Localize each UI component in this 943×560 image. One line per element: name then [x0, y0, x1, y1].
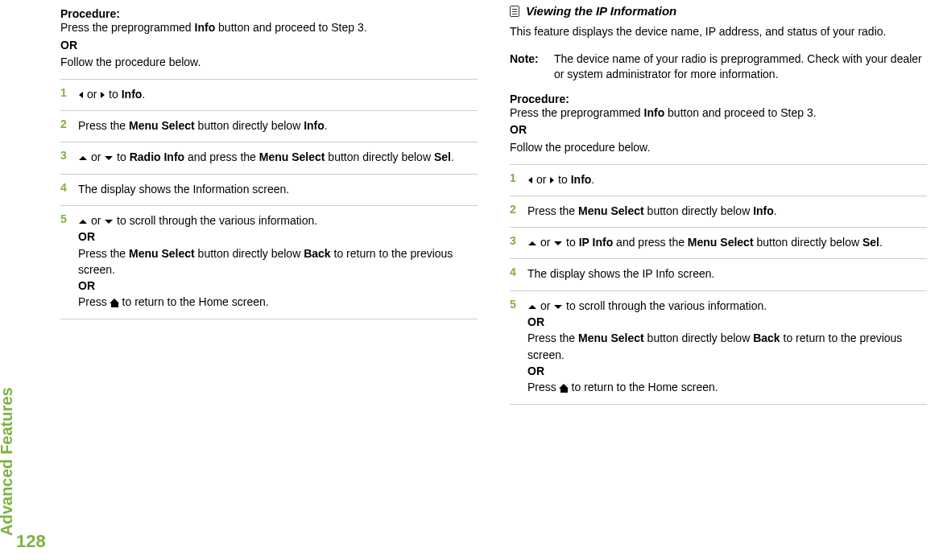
intro-text: This feature displays the device name, I… — [510, 24, 927, 40]
procedure-label: Procedure: — [60, 7, 478, 20]
document-icon — [510, 6, 519, 17]
text: or — [537, 299, 553, 312]
up-arrow-icon — [528, 241, 536, 245]
right-arrow-icon — [550, 177, 554, 183]
text: button directly below — [754, 236, 862, 249]
step-row: 3 or to IP Info and press the Menu Selec… — [510, 228, 927, 259]
sel-label: Sel — [434, 150, 451, 163]
right-column: Viewing the IP Information This feature … — [510, 4, 927, 405]
text: to scroll through the various informatio… — [114, 214, 317, 227]
text: Press the — [527, 204, 578, 217]
step-number: 4 — [510, 266, 527, 282]
step-number: 3 — [510, 234, 527, 250]
text: . — [879, 236, 883, 249]
or-text: OR — [60, 38, 478, 54]
step-body: or to Radio Info and press the Menu Sele… — [78, 149, 478, 165]
or-text: OR — [527, 364, 544, 377]
step-row: 4 The display shows the IP Info screen. — [510, 259, 927, 290]
text: . — [774, 204, 777, 217]
text: button directly below — [644, 204, 753, 217]
back-label: Back — [304, 247, 330, 260]
text: to return to the Home screen. — [569, 381, 718, 393]
procedure-intro-line2: Follow the procedure below. — [510, 140, 927, 156]
step-body: or to IP Info and press the Menu Select … — [527, 234, 927, 250]
text: Press the preprogrammed — [510, 106, 644, 119]
text: or — [88, 214, 104, 227]
step-row: 2 Press the Menu Select button directly … — [60, 111, 478, 142]
down-arrow-icon — [554, 305, 562, 309]
note-block: Note: The device name of your radio is p… — [510, 51, 927, 83]
right-arrow-icon — [101, 92, 105, 98]
up-arrow-icon — [79, 156, 87, 160]
up-arrow-icon — [528, 305, 536, 309]
note-body: The device name of your radio is preprog… — [554, 51, 927, 83]
down-arrow-icon — [554, 241, 562, 245]
home-icon — [110, 299, 119, 307]
step-number: 3 — [60, 149, 78, 165]
procedure-intro-line1: Press the preprogrammed Info button and … — [60, 20, 478, 36]
text: . — [325, 119, 328, 132]
radio-info-label: Radio Info — [130, 150, 184, 163]
step-number: 2 — [510, 203, 527, 219]
step-body: The display shows the Information screen… — [78, 181, 478, 197]
step-number: 1 — [60, 86, 78, 102]
text: button directly below — [325, 150, 433, 163]
procedure-intro-line1: Press the preprogrammed Info button and … — [510, 105, 927, 121]
text: button and proceed to Step 3. — [215, 21, 366, 34]
text: Press the — [527, 331, 578, 344]
step-row: 1 or to Info. — [60, 79, 478, 111]
procedure-intro-line2: Follow the procedure below. — [60, 55, 478, 71]
heading-text: Viewing the IP Information — [526, 4, 676, 18]
text: to — [105, 88, 121, 101]
info-label: Info — [304, 119, 325, 132]
step-list: 1 or to Info. 2 Press the Menu Select bu… — [60, 79, 478, 319]
step-list: 1 or to Info. 2 Press the Menu Select bu… — [510, 164, 927, 405]
menu-select-bold: Menu Select — [259, 150, 325, 163]
info-bold: Info — [195, 21, 216, 34]
info-bold: Info — [644, 106, 665, 119]
sel-label: Sel — [862, 236, 879, 249]
step-row: 5 or to scroll through the various infor… — [60, 206, 478, 319]
up-arrow-icon — [79, 220, 87, 224]
text: and press the — [613, 236, 688, 249]
text: and press the — [184, 150, 259, 163]
menu-select-bold: Menu Select — [688, 236, 754, 249]
step-body: or to scroll through the various informa… — [78, 212, 478, 311]
step-number: 4 — [60, 181, 78, 197]
home-icon — [560, 385, 569, 393]
text: button directly below — [644, 331, 753, 344]
or-text: OR — [78, 230, 95, 243]
menu-select-bold: Menu Select — [129, 247, 195, 260]
step-row: 4 The display shows the Information scre… — [60, 175, 478, 206]
text: Press the — [78, 247, 129, 260]
section-heading: Viewing the IP Information — [510, 4, 927, 18]
info-label: Info — [753, 204, 774, 217]
text: to — [555, 173, 570, 186]
step-number: 5 — [510, 298, 527, 396]
menu-select-bold: Menu Select — [578, 331, 644, 344]
step-body: Press the Menu Select button directly be… — [78, 117, 478, 134]
text: or — [537, 236, 553, 249]
step-number: 2 — [60, 117, 78, 134]
text: . — [142, 88, 145, 101]
left-arrow-icon — [79, 92, 83, 98]
procedure-label: Procedure: — [510, 93, 927, 105]
text: Press — [78, 295, 110, 308]
step-row: 1 or to Info. — [510, 164, 927, 196]
or-text: OR — [78, 279, 95, 292]
ip-info-label: IP Info — [579, 236, 614, 249]
text: button directly below — [195, 119, 304, 132]
step-row: 2 Press the Menu Select button directly … — [510, 196, 927, 228]
step-number: 1 — [510, 171, 527, 187]
or-text: OR — [510, 122, 927, 138]
step-number: 5 — [60, 212, 78, 311]
info-label: Info — [122, 88, 143, 101]
note-label: Note: — [510, 51, 554, 83]
down-arrow-icon — [105, 156, 113, 160]
text: to — [114, 150, 129, 163]
left-arrow-icon — [528, 177, 532, 183]
text: or — [533, 173, 549, 186]
text: Press the — [78, 119, 129, 132]
text: . — [591, 173, 594, 186]
text: or — [84, 88, 100, 101]
